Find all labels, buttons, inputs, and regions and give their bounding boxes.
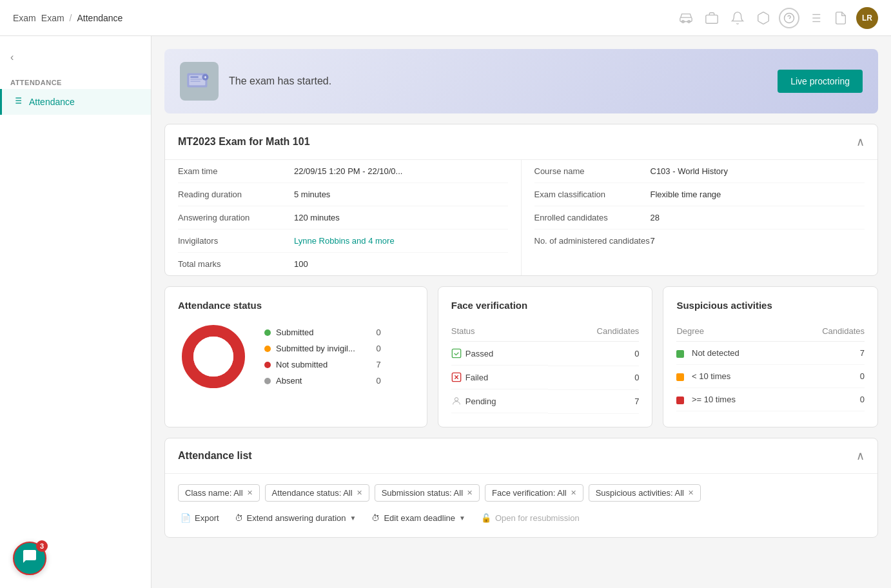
help-icon[interactable] [779, 8, 799, 28]
suspicious-activities-title: Suspicious activities [676, 300, 865, 311]
exam-started-banner: The exam has started. Live proctoring [164, 49, 878, 113]
legend-item: Not submitted 7 [264, 360, 381, 369]
exam-details-header: MT2023 Exam for Math 101 ∧ [165, 124, 877, 160]
action-btn-open-for-resubmission: 🔓 Open for resubmission [478, 509, 582, 527]
action-btn-edit-exam-deadline[interactable]: ⏱ Edit exam deadline ▼ [369, 509, 467, 527]
detail-value: 120 minutes [294, 213, 340, 222]
svg-rect-20 [190, 77, 199, 78]
action-btn-export[interactable]: 📄 Export [178, 509, 222, 527]
filter-chip-clear-icon: ✕ [467, 489, 473, 497]
breadcrumb: Exam Exam / Attendance [13, 13, 122, 23]
legend-count: 0 [371, 344, 381, 353]
legend-left: Absent [264, 376, 302, 386]
fv-count: 0 [548, 342, 640, 366]
detail-label: Reading duration [178, 190, 294, 199]
svg-point-27 [193, 337, 233, 377]
briefcase-icon[interactable] [701, 8, 722, 28]
detail-value: Flexible time range [651, 190, 721, 199]
detail-value: C103 - World History [651, 166, 728, 176]
legend-item: Submitted by invigil... 0 [264, 344, 381, 353]
nav-icons: LR [676, 7, 878, 29]
filter-chip[interactable]: Attendance status: All ✕ [265, 484, 369, 502]
legend-label: Submitted [276, 328, 314, 337]
attendance-list-header: Attendance list ∧ [165, 438, 877, 474]
action-label: Edit exam deadline [384, 513, 455, 523]
sa-degree: < 10 times [676, 365, 788, 388]
exam-details-card: MT2023 Exam for Math 101 ∧ Exam time 22/… [164, 124, 878, 276]
exam-title: MT2023 Exam for Math 101 [178, 136, 310, 148]
stats-grid: Attendance status Submitted 0 Submitted … [164, 286, 878, 427]
filter-label: Attendance status: All [272, 488, 353, 498]
detail-label: Total marks [178, 259, 294, 269]
face-verification-title: Face verification [451, 300, 640, 311]
filter-chip[interactable]: Suspicious activities: All ✕ [589, 484, 701, 502]
detail-row: Exam classification Flexible time range [534, 183, 865, 206]
face-verification-table: Status Candidates Passed 0 Failed 0 Pend… [451, 321, 640, 414]
filter-bar: Class name: All ✕ Attendance status: All… [178, 484, 865, 502]
action-icon: 📄 [181, 513, 191, 523]
chevron-down-icon: ▼ [459, 514, 465, 522]
breadcrumb-exam-text[interactable]: Exam [41, 13, 64, 23]
sa-col-candidates: Candidates [788, 321, 865, 342]
exam-details-left: Exam time 22/09/15 1:20 PM - 22/10/0... … [165, 160, 522, 275]
action-label: Open for resubmission [495, 513, 580, 523]
legend-left: Not submitted [264, 360, 328, 369]
exam-details-collapse-btn[interactable]: ∧ [856, 135, 865, 149]
attendance-legend: Submitted 0 Submitted by invigil... 0 No… [264, 328, 381, 386]
main-content: The exam has started. Live proctoring MT… [152, 36, 891, 588]
sa-col-degree: Degree [676, 321, 788, 342]
detail-value: 7 [651, 236, 655, 246]
car-icon[interactable] [676, 8, 696, 28]
fv-count: 7 [548, 389, 640, 413]
fv-count: 0 [548, 366, 640, 389]
detail-label: Enrolled candidates [534, 213, 651, 222]
suspicious-activities-table: Degree Candidates Not detected 7 < 10 ti… [676, 321, 865, 411]
legend-dot [264, 329, 271, 336]
doc-icon[interactable] [830, 8, 851, 28]
list-icon[interactable] [805, 8, 825, 28]
filter-chip[interactable]: Class name: All ✕ [178, 484, 260, 502]
bell-icon[interactable] [727, 8, 748, 28]
table-row: < 10 times 0 [676, 365, 865, 388]
banner-left: The exam has started. [180, 62, 331, 101]
filter-chip[interactable]: Face verification: All ✕ [485, 484, 583, 502]
face-verification-card: Face verification Status Candidates Pass… [438, 286, 653, 427]
attendance-list-collapse-btn[interactable]: ∧ [856, 449, 865, 463]
legend-item: Submitted 0 [264, 328, 381, 337]
detail-value[interactable]: Lynne Robbins and 4 more [294, 236, 395, 246]
detail-row: Course name C103 - World History [534, 160, 865, 183]
chevron-down-icon: ▼ [350, 514, 357, 522]
sidebar: ‹ Attendance Attendance [0, 36, 152, 588]
suspicious-activities-card: Suspicious activities Degree Candidates … [663, 286, 878, 427]
table-row: Not detected 7 [676, 342, 865, 365]
table-row: >= 10 times 0 [676, 388, 865, 411]
action-label: Export [195, 513, 219, 523]
sa-count: 0 [788, 365, 865, 388]
breadcrumb-exam[interactable]: Exam [13, 13, 36, 23]
detail-row: Enrolled candidates 28 [534, 206, 865, 230]
legend-left: Submitted [264, 328, 314, 337]
sidebar-item-attendance[interactable]: Attendance [0, 89, 151, 115]
filter-label: Suspicious activities: All [596, 488, 684, 498]
live-proctoring-button[interactable]: Live proctoring [778, 70, 863, 93]
attendance-status-card: Attendance status Submitted 0 Submitted … [164, 286, 427, 427]
sidebar-section-label: Attendance [0, 68, 151, 89]
detail-label: No. of administered candidates [534, 236, 651, 246]
detail-label: Answering duration [178, 213, 294, 222]
legend-label: Absent [276, 376, 302, 386]
box-icon[interactable] [753, 8, 774, 28]
sa-degree: >= 10 times [676, 388, 788, 411]
table-row: Passed 0 [451, 342, 640, 366]
legend-count: 0 [371, 376, 381, 386]
chat-bubble-btn[interactable]: 3 [13, 542, 46, 575]
sa-dot [676, 373, 684, 381]
user-avatar[interactable]: LR [856, 7, 878, 29]
filter-chip[interactable]: Submission status: All ✕ [375, 484, 480, 502]
action-btn-extend-answering-duration[interactable]: ⏱ Extend answering duration ▼ [232, 509, 359, 527]
banner-illustration [180, 62, 219, 101]
table-row: Pending 7 [451, 389, 640, 413]
svg-rect-28 [452, 349, 460, 357]
sidebar-collapse-btn[interactable]: ‹ [0, 46, 151, 68]
donut-container: Submitted 0 Submitted by invigil... 0 No… [178, 321, 414, 392]
filter-chip-clear-icon: ✕ [247, 489, 253, 497]
